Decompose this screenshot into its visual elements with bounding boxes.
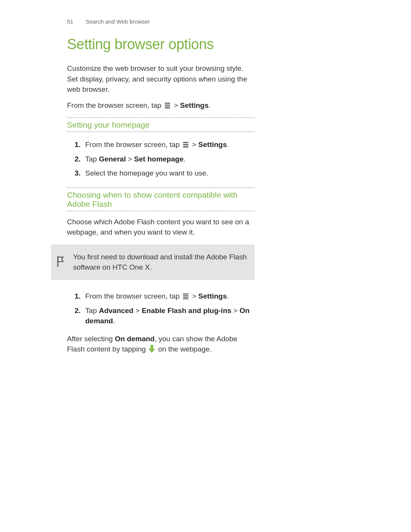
flash-intro: Choose which Adobe Flash content you wan… <box>67 217 255 238</box>
list-item: Tap Advanced > Enable Flash and plug-ins… <box>75 304 255 328</box>
settings-label: Settings <box>198 141 227 149</box>
on-demand-label: On demand <box>115 335 155 343</box>
step-pre: From the browser screen, tap <box>85 292 182 300</box>
step-pre: Tap <box>85 307 99 315</box>
instruction-line: From the browser screen, tap > Settings. <box>67 100 255 111</box>
instruction-period: . <box>209 101 210 109</box>
step-period: . <box>113 317 115 325</box>
step-period: . <box>183 155 185 163</box>
step-post: > <box>190 141 198 149</box>
menu-icon <box>182 142 189 148</box>
homepage-steps: From the browser screen, tap > Settings.… <box>67 137 255 181</box>
subheading-homepage: Setting your homepage <box>67 117 255 132</box>
settings-label: Settings <box>198 292 227 300</box>
step-pre: From the browser screen, tap <box>85 141 182 149</box>
section-name: Search and Web browser <box>86 18 150 25</box>
general-label: General <box>99 155 126 163</box>
list-item: From the browser screen, tap > Settings. <box>75 137 255 152</box>
flag-icon <box>56 256 66 269</box>
flash-steps: From the browser screen, tap > Settings.… <box>67 289 255 328</box>
instruction-pre: From the browser screen, tap <box>67 101 163 109</box>
step-gt: > <box>126 155 134 163</box>
list-item: Tap General > Set homepage. <box>75 152 255 166</box>
set-homepage-label: Set homepage <box>134 155 183 163</box>
after-post: on the webpage. <box>156 345 212 353</box>
subheading-flash: Choosing when to show content compatible… <box>67 187 255 211</box>
document-page: 51 Search and Web browser Setting browse… <box>0 0 322 380</box>
page-number: 51 <box>67 18 73 25</box>
note-text: You first need to download and install t… <box>73 252 247 272</box>
step-pre: Tap <box>85 155 99 163</box>
list-item: Select the homepage you want to use. <box>75 166 255 181</box>
note-callout: You first need to download and install t… <box>51 244 255 280</box>
step-gt: > <box>231 307 240 315</box>
menu-icon <box>182 293 189 300</box>
after-pre: After selecting <box>67 335 115 343</box>
step-period: . <box>227 141 229 149</box>
download-arrow-icon <box>148 345 155 356</box>
step-post: > <box>190 292 198 300</box>
page-header: 51 Search and Web browser <box>67 18 255 25</box>
enable-flash-label: Enable Flash and plug-ins <box>142 307 231 315</box>
intro-text: Customize the web browser to suit your b… <box>67 63 255 95</box>
after-text: After selecting On demand, you can show … <box>67 334 255 356</box>
settings-label: Settings <box>180 101 209 109</box>
page-title: Setting browser options <box>67 36 255 53</box>
step-gt: > <box>134 307 142 315</box>
step-period: . <box>227 292 229 300</box>
menu-icon <box>164 102 171 109</box>
advanced-label: Advanced <box>99 307 134 315</box>
list-item: From the browser screen, tap > Settings. <box>75 289 255 304</box>
instruction-post: > <box>172 101 180 109</box>
